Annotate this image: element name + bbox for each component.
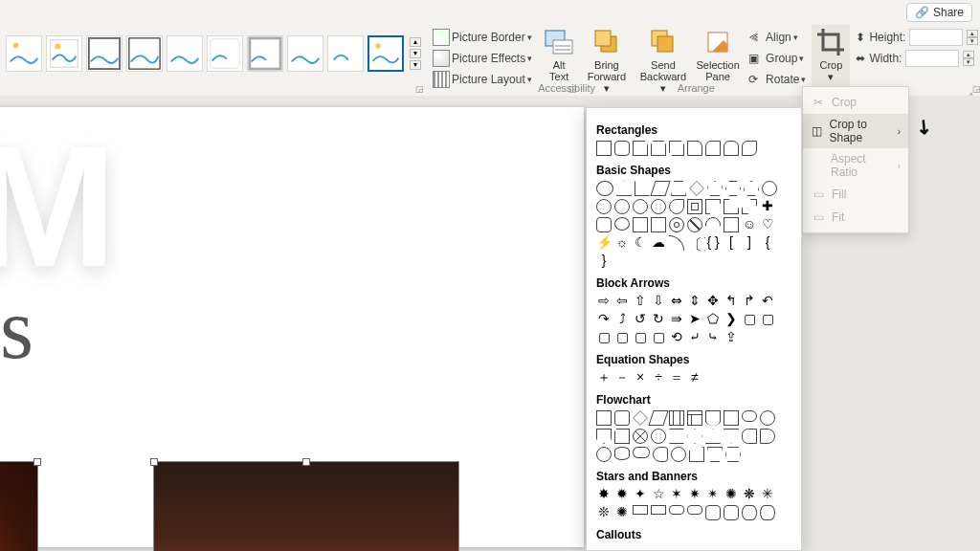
shape-diamond[interactable] [689,181,704,196]
shape-snip-diag[interactable] [669,141,684,156]
picture-style-2[interactable] [46,35,82,72]
shape-no-symbol[interactable] [687,217,702,232]
shape-scroll-h[interactable] [724,505,739,520]
shape-arrow-leftright[interactable]: ⇔ [669,294,684,309]
shape-arrow-callout-lr[interactable]: ▢ [633,330,648,345]
shape-parallelogram[interactable] [650,181,670,196]
shape-fc-delay[interactable] [760,429,775,444]
picture-style-6[interactable] [207,35,243,72]
shape-eq-equal[interactable]: ＝ [669,370,684,386]
shape-fc-direct[interactable] [633,447,650,458]
picture-style-9[interactable] [327,35,364,72]
shape-arrow-circular[interactable]: ⟲ [669,330,684,345]
shape-fc-predef[interactable] [669,410,684,426]
shape-arrow-callout-u[interactable]: ▢ [596,330,612,345]
picture-style-3[interactable] [86,35,122,72]
shape-arrow-curved-r[interactable]: ↻ [651,312,666,327]
shape-star-24[interactable]: ❊ [596,505,612,520]
shape-round-diag[interactable] [742,141,757,156]
shape-fc-doc[interactable] [705,410,721,426]
shape-star-explosion2[interactable]: ✹ [614,487,630,502]
shape-arrow-pentagon[interactable]: ⬠ [705,312,721,327]
picture-layout-menu[interactable]: Picture Layout [433,69,532,90]
shape-snip-same[interactable] [651,141,666,156]
picture-style-8[interactable] [287,35,323,72]
shape-arrow-more-2[interactable]: ⤷ [705,330,721,345]
shape-arrow-down[interactable]: ⇩ [651,294,666,309]
shape-trapezoid[interactable] [671,181,686,196]
shape-bracket-pair[interactable]: 〔〕 [687,235,702,251]
shape-half-frame[interactable] [705,199,721,214]
shape-arrow-striped[interactable]: ⇛ [669,312,684,327]
shape-arrow-more-3[interactable]: ⇪ [724,330,739,345]
shape-fc-magnetic[interactable] [614,447,630,460]
shape-fc-multidoc[interactable] [724,410,739,426]
accessibility-launcher-icon[interactable]: ◲ [568,84,578,94]
shape-teardrop[interactable] [669,199,684,214]
picture-border-menu[interactable]: Picture Border [433,27,532,48]
shape-diag-stripe[interactable] [742,199,757,214]
shape-donut[interactable] [669,217,684,232]
shape-fc-manual-op[interactable] [707,447,723,462]
shape-arrow-bent-2[interactable]: ↱ [742,294,757,309]
shape-fc-card[interactable] [614,429,630,444]
height-input[interactable] [909,29,963,46]
shape-wave[interactable] [742,505,757,520]
share-button[interactable]: 🔗 Share [906,3,972,22]
shape-fc-manual-input[interactable] [689,447,704,462]
shape-star-8[interactable]: ✴ [705,487,721,502]
picture-style-5[interactable] [167,35,203,72]
shape-ribbon-up[interactable] [633,505,648,515]
shape-dodecagon[interactable] [614,199,630,214]
shape-plaque[interactable] [596,217,612,232]
shape-sun[interactable]: ☼ [614,235,630,251]
crop-split-button[interactable]: Crop▾ [812,25,850,96]
shape-cloud[interactable]: ☁ [651,235,666,251]
shape-fc-internal[interactable] [687,410,702,426]
shape-arrow-callout-r[interactable]: ▢ [742,312,757,327]
shape-arrow-updown[interactable]: ⇕ [687,294,702,309]
picture-style-1[interactable] [6,35,42,72]
shape-hexagon[interactable] [725,181,741,196]
crop-menu-crop-to-shape[interactable]: ◫Crop to Shape› [803,114,908,148]
picture-effects-menu[interactable]: Picture Effects [433,48,532,69]
shape-brace-l[interactable]: { } [705,235,721,251]
shape-bracket-l[interactable]: [ [724,235,739,251]
shape-eq-multiply[interactable]: × [633,370,648,386]
shape-fc-sort[interactable] [687,429,702,444]
shape-arrow-uturn-1[interactable]: ↶ [760,294,775,309]
shape-arrow-callout-d[interactable]: ▢ [614,330,630,345]
picture-style-7[interactable] [247,35,283,72]
shape-star-32[interactable]: ✺ [614,505,630,520]
shape-pentagon[interactable] [707,181,723,196]
shape-star-16[interactable]: ✳ [760,487,775,502]
shape-moon[interactable]: ☾ [633,235,648,251]
shape-right-triangle[interactable] [635,181,650,196]
shape-fc-collate[interactable] [669,429,684,444]
shape-fc-connector[interactable] [760,410,775,426]
shape-arc[interactable] [669,235,684,251]
shape-eq-plus[interactable]: ＋ [596,370,612,386]
shape-smiley[interactable]: ☺ [742,217,757,232]
shape-plus[interactable]: ✚ [760,199,775,214]
shape-ribbon-curved-down[interactable] [687,505,702,515]
height-spinner[interactable]: ▴▾ [967,30,978,45]
shape-block-arc[interactable] [705,217,721,232]
shape-arrow-chevron[interactable]: ❯ [724,312,739,327]
shape-star-12[interactable]: ❋ [742,487,757,502]
shape-fc-summing[interactable] [633,429,648,444]
shape-double-wave[interactable] [760,505,775,520]
shape-arrow-notched[interactable]: ➤ [687,312,702,327]
shape-fc-prep[interactable] [725,447,741,462]
shape-arrow-bent-1[interactable]: ↰ [724,294,739,309]
shape-fc-extract[interactable] [705,429,721,444]
shape-lightning[interactable]: ⚡ [596,235,612,251]
picture-styles-more[interactable]: ▴▾▾ [410,36,421,71]
shape-arrow-bent-3[interactable]: ⤴ [614,312,630,327]
slide-image-2-selected[interactable] [0,461,38,551]
shape-brace-single-r[interactable]: } [596,253,612,269]
shape-triangle[interactable] [616,181,632,196]
crop-menu-crop[interactable]: ✂Crop [803,91,908,114]
shape-star-explosion1[interactable]: ✸ [596,487,612,502]
align-menu[interactable]: ⫷Align [748,27,806,48]
